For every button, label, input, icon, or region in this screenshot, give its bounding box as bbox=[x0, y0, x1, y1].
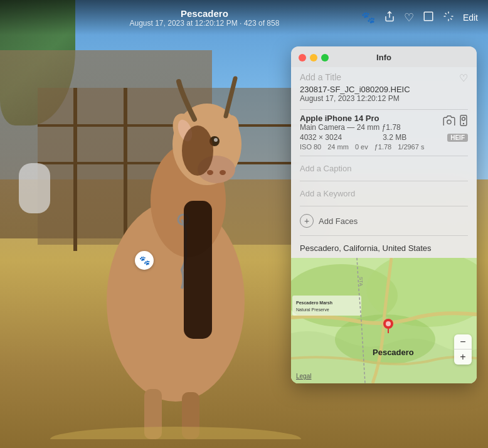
map-svg: Pescadero Marsh Natural Preserve Pescade… bbox=[291, 258, 477, 383]
svg-text:Natural Preserve: Natural Preserve bbox=[296, 307, 329, 312]
add-title-field[interactable]: Add a Title bbox=[300, 72, 468, 82]
svg-text:Pescadero Marsh: Pescadero Marsh bbox=[296, 301, 332, 305]
svg-point-30 bbox=[462, 117, 465, 120]
divider-1 bbox=[300, 109, 468, 110]
photo-title: Pescadero bbox=[48, 8, 361, 19]
svg-point-28 bbox=[447, 120, 451, 124]
info-panel: Info Add a Title ♡ 230817-SF_JC_i080209.… bbox=[291, 46, 477, 383]
camera-row: Apple iPhone 14 Pro Main Camera — 24 mm … bbox=[300, 114, 468, 132]
divider-3 bbox=[300, 181, 468, 181]
close-button[interactable] bbox=[299, 54, 306, 61]
svg-rect-36 bbox=[292, 296, 361, 316]
camera-icon bbox=[443, 115, 455, 128]
map-legal-link[interactable]: Legal bbox=[296, 373, 311, 380]
exif-focal: 24 mm bbox=[327, 143, 349, 151]
window-buttons bbox=[299, 54, 329, 61]
add-faces-icon: + bbox=[300, 214, 314, 228]
exif-iso: ISO 80 bbox=[300, 143, 321, 151]
camera-name: Apple iPhone 14 Pro bbox=[300, 114, 443, 123]
background-goat bbox=[19, 163, 50, 213]
maximize-button[interactable] bbox=[321, 54, 329, 61]
add-caption-field[interactable]: Add a Caption bbox=[300, 160, 468, 177]
paw-icon[interactable]: 🐾 bbox=[361, 11, 375, 24]
svg-point-20 bbox=[50, 427, 301, 439]
file-size-text: 3.2 MB bbox=[383, 133, 406, 142]
top-bar: Pescadero August 17, 2023 at 12:20:12 PM… bbox=[0, 0, 488, 35]
camera-info: Apple iPhone 14 Pro Main Camera — 24 mm … bbox=[300, 114, 443, 132]
exif-shutter: 1/2967 s bbox=[398, 143, 424, 151]
minimize-button[interactable] bbox=[310, 54, 317, 61]
heart-icon[interactable]: ♡ bbox=[404, 11, 414, 24]
divider-5 bbox=[300, 235, 468, 236]
svg-line-25 bbox=[450, 18, 452, 19]
format-badge: HEIF bbox=[447, 134, 468, 142]
zoom-plus-button[interactable]: + bbox=[454, 349, 472, 365]
file-info-row: 4032 × 3024 3.2 MB HEIF bbox=[300, 133, 468, 142]
camera-icons bbox=[443, 115, 468, 129]
exif-ev: 0 ev bbox=[355, 143, 368, 151]
camera-detail: Main Camera — 24 mm ƒ1.78 bbox=[300, 123, 443, 132]
add-keyword-field[interactable]: Add a Keyword bbox=[300, 185, 468, 202]
svg-point-14 bbox=[207, 170, 213, 175]
svg-point-42 bbox=[386, 321, 391, 326]
svg-point-12 bbox=[214, 138, 218, 142]
dark-goat-right bbox=[184, 201, 212, 339]
svg-text:STA: STA bbox=[358, 277, 364, 287]
photo-subtitle: August 17, 2023 at 12:20:12 PM · 423 of … bbox=[48, 19, 361, 28]
divider-2 bbox=[300, 156, 468, 156]
heart-panel-icon[interactable]: ♡ bbox=[459, 72, 468, 84]
top-bar-center: Pescadero August 17, 2023 at 12:20:12 PM… bbox=[48, 8, 361, 28]
phone-camera-icon bbox=[459, 115, 468, 129]
svg-rect-21 bbox=[424, 12, 433, 21]
svg-line-24 bbox=[445, 13, 447, 14]
paw-badge-icon: 🐾 bbox=[139, 255, 150, 265]
auto-enhance-icon[interactable] bbox=[443, 11, 454, 25]
panel-title: Info bbox=[376, 53, 391, 62]
exif-row: ISO 80 24 mm 0 ev ƒ1.78 1/2967 s bbox=[300, 143, 468, 151]
title-row: Add a Title ♡ bbox=[300, 72, 468, 82]
file-date-text: August 17, 2023 12:20:12 PM bbox=[300, 94, 468, 103]
add-faces-label: Add Faces bbox=[319, 216, 358, 226]
zoom-minus-button[interactable]: − bbox=[454, 334, 472, 349]
edit-button[interactable]: Edit bbox=[463, 13, 478, 23]
dimensions-text: 4032 × 3024 bbox=[300, 133, 342, 142]
goat-illustration bbox=[38, 38, 314, 439]
share-icon[interactable] bbox=[384, 11, 395, 25]
window-chrome: Info bbox=[291, 46, 477, 67]
top-bar-actions: 🐾 ♡ Edit bbox=[361, 11, 478, 25]
svg-point-16 bbox=[182, 125, 213, 176]
pet-badge[interactable]: 🐾 bbox=[135, 251, 154, 270]
svg-point-15 bbox=[220, 170, 226, 175]
crop-icon[interactable] bbox=[423, 11, 434, 25]
location-name: Pescadero, California, United States bbox=[300, 240, 468, 258]
filename-text: 230817-SF_JC_i080209.HEIC bbox=[300, 85, 468, 94]
svg-text:Pescadero: Pescadero bbox=[373, 348, 414, 357]
map-container[interactable]: Pescadero Marsh Natural Preserve Pescade… bbox=[291, 258, 477, 383]
divider-4 bbox=[300, 206, 468, 206]
panel-content: Add a Title ♡ 230817-SF_JC_i080209.HEIC … bbox=[291, 67, 477, 258]
map-zoom-controls: − + bbox=[454, 334, 472, 365]
add-faces-row[interactable]: + Add Faces bbox=[300, 210, 468, 232]
exif-aperture: ƒ1.78 bbox=[374, 143, 392, 151]
